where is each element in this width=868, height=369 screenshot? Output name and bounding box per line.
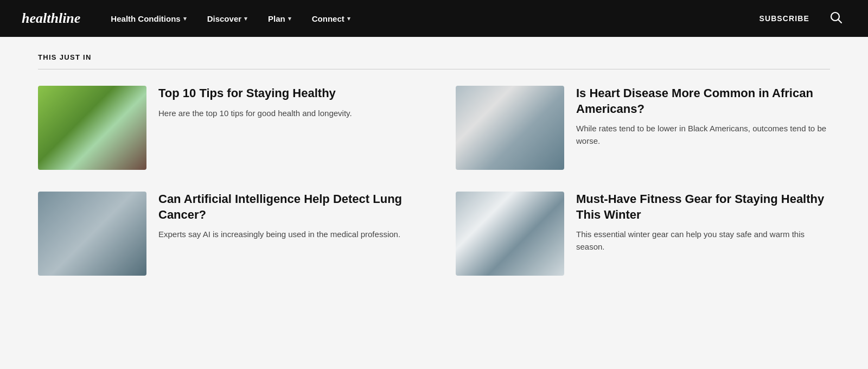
nav-right: SUBSCRIBE bbox=[754, 9, 846, 28]
svg-line-1 bbox=[839, 20, 842, 23]
article-card-2[interactable]: Is Heart Disease More Common in African … bbox=[456, 86, 830, 170]
article-card-3[interactable]: Can Artificial Intelligence Help Detect … bbox=[38, 192, 412, 276]
article-title-3: Can Artificial Intelligence Help Detect … bbox=[158, 192, 412, 222]
articles-grid: Top 10 Tips for Staying Healthy Here are… bbox=[38, 86, 830, 297]
main-content: THIS JUST IN Top 10 Tips for Staying Hea… bbox=[16, 37, 852, 319]
article-image-2 bbox=[456, 86, 564, 170]
logo[interactable]: healthline bbox=[22, 10, 80, 27]
article-image-1 bbox=[38, 86, 146, 170]
nav-item-connect[interactable]: Connect ▾ bbox=[303, 10, 359, 28]
nav-item-discover[interactable]: Discover ▾ bbox=[199, 10, 256, 28]
section-divider bbox=[38, 69, 830, 69]
chevron-down-icon: ▾ bbox=[288, 15, 291, 22]
nav-item-plan[interactable]: Plan ▾ bbox=[259, 10, 300, 28]
article-title-1: Top 10 Tips for Staying Healthy bbox=[158, 86, 412, 101]
article-title-2: Is Heart Disease More Common in African … bbox=[576, 86, 830, 117]
article-text-4: Must-Have Fitness Gear for Staying Healt… bbox=[576, 192, 830, 253]
article-desc-2: While rates tend to be lower in Black Am… bbox=[576, 122, 830, 148]
article-card-1[interactable]: Top 10 Tips for Staying Healthy Here are… bbox=[38, 86, 412, 170]
chevron-down-icon: ▾ bbox=[244, 15, 247, 22]
article-image-4 bbox=[456, 192, 564, 276]
subscribe-button[interactable]: SUBSCRIBE bbox=[754, 11, 815, 26]
nav-label-plan: Plan bbox=[268, 14, 285, 23]
chevron-down-icon: ▾ bbox=[183, 15, 187, 22]
article-desc-3: Experts say AI is increasingly being use… bbox=[158, 228, 412, 240]
nav-label-connect: Connect bbox=[312, 14, 344, 23]
article-text-3: Can Artificial Intelligence Help Detect … bbox=[158, 192, 412, 240]
search-icon[interactable] bbox=[826, 9, 846, 28]
article-desc-1: Here are the top 10 tips for good health… bbox=[158, 107, 412, 119]
nav-label-health-conditions: Health Conditions bbox=[111, 14, 180, 23]
navbar: healthline Health Conditions ▾ Discover … bbox=[0, 0, 868, 37]
article-text-1: Top 10 Tips for Staying Healthy Here are… bbox=[158, 86, 412, 119]
nav-item-health-conditions[interactable]: Health Conditions ▾ bbox=[102, 10, 195, 28]
section-title: THIS JUST IN bbox=[38, 53, 830, 61]
chevron-down-icon: ▾ bbox=[347, 15, 350, 22]
article-title-4: Must-Have Fitness Gear for Staying Healt… bbox=[576, 192, 830, 222]
article-card-4[interactable]: Must-Have Fitness Gear for Staying Healt… bbox=[456, 192, 830, 276]
article-desc-4: This essential winter gear can help you … bbox=[576, 228, 830, 253]
article-text-2: Is Heart Disease More Common in African … bbox=[576, 86, 830, 148]
nav-links: Health Conditions ▾ Discover ▾ Plan ▾ Co… bbox=[102, 10, 754, 28]
nav-label-discover: Discover bbox=[207, 14, 241, 23]
article-image-3 bbox=[38, 192, 146, 276]
